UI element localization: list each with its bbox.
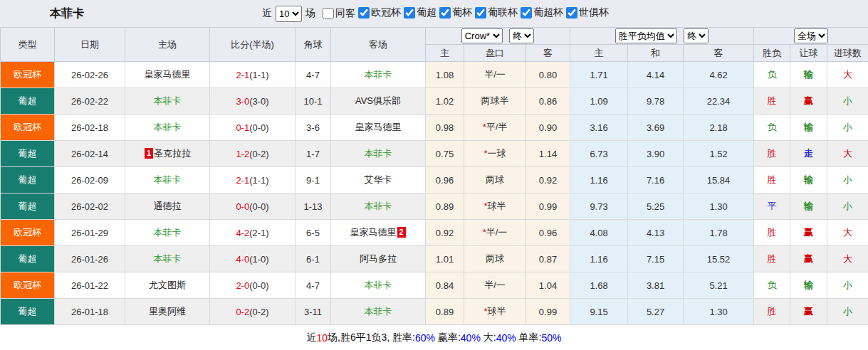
corners-cell: 1-7 — [296, 141, 331, 167]
league-checkbox[interactable] — [521, 7, 532, 18]
home-team-cell: 本菲卡 — [125, 115, 210, 141]
odds-away-cell: 0.99 — [526, 193, 570, 220]
col-header-away: 客场 — [331, 28, 426, 62]
odds-time-select[interactable]: 终 — [509, 28, 534, 43]
team-name: 里奥阿维 — [149, 306, 186, 317]
score-cell: 2-1(1-1) — [210, 62, 296, 88]
league-filter[interactable]: 世俱杯 — [566, 6, 609, 19]
league-type-cell: 欧冠杯 — [1, 220, 55, 246]
mean-time-select[interactable]: 终 — [684, 28, 708, 43]
summary-segment: 赢率: — [435, 332, 461, 344]
mean-away-cell: 1.30 — [684, 299, 754, 325]
halftime-score: (0-0) — [249, 122, 268, 133]
team-name: 阿马多拉 — [360, 253, 397, 264]
away-team-cell: 皇家马德里 — [331, 115, 426, 141]
fulltime-score: 2-1 — [236, 175, 249, 186]
match-row: 欧冠杯26-01-29本菲卡4-2(2-1)6-5皇家马德里20.92*半/一0… — [1, 220, 868, 246]
mean-draw-cell: 5.25 — [628, 193, 684, 220]
match-row: 欧冠杯26-02-18本菲卡0-1(0-0)3-6皇家马德里0.98*平/半0.… — [1, 115, 868, 141]
team-name: 尤文图斯 — [149, 280, 186, 290]
score-cell: 2-1(1-1) — [210, 167, 296, 193]
league-filter[interactable]: 葡超杯 — [521, 6, 563, 19]
league-checkbox[interactable] — [404, 7, 415, 18]
date-cell: 26-02-18 — [55, 115, 125, 141]
league-label: 葡超杯 — [533, 6, 563, 19]
league-label: 欧冠杯 — [371, 6, 401, 19]
col-header-score: 比分(半场) — [210, 28, 296, 62]
mean-type-select[interactable]: 胜平负均值 — [615, 28, 677, 43]
col-header-home: 主场 — [125, 28, 210, 62]
corners-cell: 10-1 — [296, 88, 331, 115]
home-team-cell: 皇家马德里 — [125, 62, 210, 88]
league-checkbox[interactable] — [358, 7, 370, 18]
league-filter[interactable]: 葡杯 — [439, 6, 472, 19]
mean-draw-cell: 3.81 — [628, 272, 684, 299]
odds-source-select[interactable]: Crow* — [461, 28, 503, 43]
date-cell: 26-02-14 — [55, 141, 125, 167]
fulltime-score: 2-1 — [236, 70, 249, 80]
home-team-cell: 本菲卡 — [125, 167, 210, 193]
league-checkbox[interactable] — [566, 7, 577, 18]
summary-segment: 单率: — [516, 332, 542, 344]
star-marker: * — [483, 227, 486, 238]
halftime-score: (0-0) — [249, 280, 268, 291]
match-row: 葡超26-02-22本菲卡3-0(3-0)10-1AVS俱乐部1.02两球半0.… — [1, 88, 868, 115]
filter-controls: 近 10 场 同客 欧冠杯葡超葡杯葡联杯葡超杯世俱杯 — [262, 0, 609, 27]
handicap-cell: 半/一 — [464, 62, 526, 88]
same-opponent-checkbox[interactable] — [323, 8, 334, 19]
away-team-cell: 本菲卡 — [331, 141, 426, 167]
league-checkbox[interactable] — [475, 7, 486, 18]
sub-header-mean-away: 客 — [684, 45, 754, 62]
star-marker: * — [483, 306, 487, 317]
result-wdl-cell: 胜 — [754, 220, 790, 246]
halftime-score: (0-2) — [249, 149, 268, 159]
away-team-cell: AVS俱乐部 — [331, 88, 426, 115]
result-wdl-cell: 负 — [754, 115, 790, 141]
home-team-cell: 1圣克拉拉 — [125, 141, 210, 167]
odds-home-cell: 0.89 — [426, 193, 464, 220]
league-filter[interactable]: 欧冠杯 — [358, 6, 401, 19]
odds-away-cell: 0.80 — [526, 62, 570, 88]
fulltime-score: 4-2 — [236, 228, 249, 238]
team-name: 圣克拉拉 — [154, 148, 191, 159]
result-wdl-cell: 胜 — [754, 141, 790, 167]
sub-header-mean-draw: 和 — [628, 45, 684, 62]
team-name: 本菲卡 — [365, 148, 392, 159]
same-opponent-filter[interactable]: 同客 — [323, 7, 355, 20]
result-goals-cell: 小 — [827, 299, 868, 325]
star-marker: * — [483, 148, 487, 159]
date-cell: 26-02-09 — [55, 167, 125, 193]
league-filter[interactable]: 葡超 — [404, 6, 436, 19]
mean-draw-cell: 7.15 — [628, 246, 684, 272]
team-name: 艾华卡 — [365, 174, 392, 185]
mean-home-cell: 1.16 — [570, 246, 628, 272]
odds-group-header: Crow* 终 — [426, 28, 570, 45]
result-handicap-cell: 输 — [790, 167, 827, 193]
team-name: 本菲卡 — [365, 306, 392, 317]
league-checkbox[interactable] — [439, 7, 451, 18]
fulltime-score: 1-2 — [236, 149, 249, 159]
odds-away-cell: 0.87 — [526, 246, 570, 272]
mean-home-cell: 4.08 — [570, 220, 628, 246]
result-scope-select[interactable]: 全场 — [794, 28, 828, 43]
summary-segment: 50% — [541, 332, 561, 344]
result-wdl-cell: 胜 — [754, 88, 790, 115]
score-cell: 3-0(3-0) — [210, 88, 296, 115]
league-filter[interactable]: 葡联杯 — [475, 6, 518, 19]
halftime-score: (1-1) — [249, 70, 268, 80]
odds-away-cell: 1.04 — [526, 272, 570, 299]
sub-header-mean-home: 主 — [570, 45, 628, 62]
matches-table: 类型 日期 主场 比分(半场) 角球 客场 Crow* 终 胜平负均值 — [0, 27, 868, 325]
date-cell: 26-01-29 — [55, 220, 125, 246]
result-wdl-cell: 负 — [754, 62, 790, 88]
recent-count-select[interactable]: 10 — [276, 6, 302, 22]
mean-home-cell: 9.15 — [570, 299, 628, 325]
handicap-cell: *一球 — [464, 141, 526, 167]
match-row: 葡超26-01-18里奥阿维0-2(0-2)3-11本菲卡0.89*球半0.99… — [1, 299, 868, 325]
fulltime-score: 0-1 — [236, 122, 249, 133]
odds-home-cell: 0.89 — [426, 299, 464, 325]
mean-draw-cell: 3.90 — [628, 141, 684, 167]
odds-home-cell: 1.01 — [426, 246, 464, 272]
result-goals-cell: 小 — [827, 115, 868, 141]
odds-away-cell: 1.14 — [526, 141, 570, 167]
